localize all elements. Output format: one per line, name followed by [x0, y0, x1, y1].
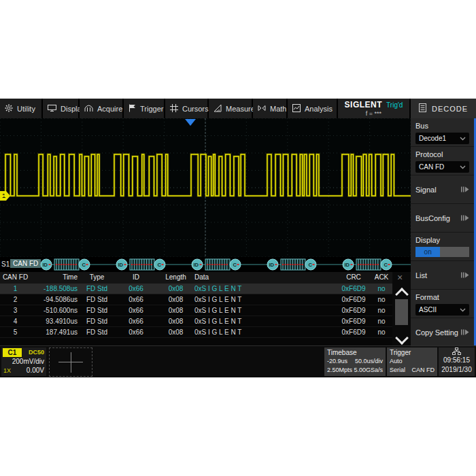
scrollbar-thumb[interactable]	[395, 299, 408, 325]
svg-text:ID: ID	[43, 262, 48, 268]
menu-item-utility[interactable]: Utility	[0, 99, 43, 118]
format-select[interactable]: ASCII	[415, 304, 469, 316]
menu-item-label: Utility	[17, 105, 35, 113]
svg-text:ID: ID	[345, 262, 350, 268]
channel1-offset: 0.00V	[27, 367, 44, 374]
memory-depth: 2.50Mpts	[327, 366, 352, 375]
table-scroll-column: ×	[392, 272, 411, 345]
cell-crc: 0xF6D9	[337, 305, 371, 316]
display-toggle[interactable]: on	[415, 247, 469, 257]
cell-ack: no	[371, 316, 392, 326]
svg-text:C: C	[233, 262, 237, 268]
busconfig-label: BusConfig	[415, 214, 450, 223]
timebase-title: Timebase	[327, 348, 383, 357]
bus-select[interactable]: Decode1	[415, 133, 469, 144]
format-section: Format ASCII	[411, 290, 476, 318]
menu-item-trigger[interactable]: Trigger	[124, 99, 165, 118]
menu-item-math[interactable]: Math	[253, 99, 288, 118]
menu-bar: UtilityDisplayAcquireTriggerCursorsMeasu…	[0, 99, 476, 118]
display-icon	[48, 104, 56, 114]
cell-length: 0x08	[160, 294, 192, 305]
protocol-select-value: CAN FD	[419, 163, 444, 171]
cell-ack: no	[371, 305, 392, 316]
table-row[interactable]: 1-188.508usFD Std0x660x080xS I G L E N T…	[0, 284, 392, 294]
menu-item-label: Measure	[226, 105, 255, 113]
timebase-descriptor[interactable]: Timebase -20.9us 50.0us/div 2.50Mpts 5.0…	[324, 347, 386, 376]
cell-type: FD Std	[82, 294, 112, 305]
protocol-section: Protocol CAN FD	[411, 147, 476, 175]
protocol-select[interactable]: CAN FD	[415, 161, 469, 173]
waveform-display[interactable]: 1	[0, 118, 411, 257]
display-section: Display on	[411, 233, 476, 261]
channel1-badge: C1	[3, 348, 22, 357]
submenu-arrow-icon	[461, 215, 469, 221]
clock-date: 2019/1/30	[439, 365, 475, 375]
cell-id: ID	[112, 272, 160, 283]
cell-data: 0xS I G L E N T	[192, 284, 337, 294]
cell-crc: 0xF6D9	[337, 284, 371, 294]
cell-data: 0xS I G L E N T	[192, 305, 337, 316]
busconfig-menu-item[interactable]: BusConfig	[411, 204, 476, 233]
cell-length: 0x08	[160, 305, 192, 316]
datetime-box: 09:56:15 2019/1/30	[439, 347, 475, 376]
table-row[interactable]: 2-94.5086usFD Std0x660x080xS I G L E N T…	[0, 294, 392, 305]
trigger-descriptor[interactable]: Trigger Auto Serial CAN FD	[387, 347, 437, 376]
copy-setting-menu-item[interactable]: Copy Setting	[411, 318, 476, 347]
list-icon	[419, 103, 426, 114]
submenu-arrow-icon	[461, 186, 469, 192]
add-channel-box[interactable]	[49, 347, 92, 377]
decode-panel-title: DECODE	[432, 105, 468, 113]
cell-time: 93.4910us	[31, 316, 82, 326]
network-icon[interactable]	[439, 347, 475, 356]
cell-time: -94.5086us	[31, 294, 82, 305]
cell-crc: 0xF6D9	[337, 294, 371, 305]
display-toggle-off	[440, 247, 469, 257]
cell-length: Length	[160, 272, 192, 283]
menu-item-acquire[interactable]: Acquire	[80, 99, 124, 118]
brand-block: SIGLENT Trig'd f = ***	[338, 99, 411, 118]
timebase-delay: -20.9us	[327, 357, 347, 366]
trigger-type: Serial	[390, 366, 405, 375]
cell-data: Data	[192, 272, 337, 283]
bus-section: Bus Decode1	[411, 118, 476, 147]
brand-logo: SIGLENT	[345, 100, 383, 109]
cell-can-fd: 3	[0, 305, 31, 316]
cell-can-fd: 2	[0, 294, 31, 305]
menu-item-cursors[interactable]: Cursors	[165, 99, 209, 118]
table-row[interactable]: 5187.491usFD Std0x660x080xS I G L E N T0…	[0, 327, 392, 338]
cell-length: 0x08	[160, 327, 192, 337]
chevron-down-icon	[460, 137, 466, 141]
trigger-frequency-readout: f = ***	[366, 110, 381, 117]
menu-item-display[interactable]: Display	[43, 99, 80, 118]
svg-text:C: C	[309, 262, 313, 268]
signal-menu-item[interactable]: Signal	[411, 175, 476, 204]
cell-ack: no	[371, 284, 392, 294]
svg-text:ID: ID	[269, 262, 275, 268]
menu-item-measure[interactable]: Measure	[209, 99, 253, 118]
table-row[interactable]: 493.4910usFD Std0x660x080xS I G L E N T0…	[0, 316, 392, 327]
cell-time: 187.491us	[31, 327, 82, 337]
cell-crc: CRC	[337, 272, 371, 283]
cell-type: FD Std	[82, 316, 112, 326]
decoded-frames: IDCIDCIDCIDCIDC	[0, 257, 411, 272]
scroll-down-icon[interactable]	[395, 331, 409, 345]
cell-time: -510.600ns	[31, 305, 82, 316]
decode-panel-header: DECODE	[411, 99, 476, 118]
channel1-descriptor[interactable]: C1 DC50 200mV/div 1X 0.00V	[1, 347, 46, 376]
svg-text:ID: ID	[118, 262, 124, 268]
oscilloscope-screen: UtilityDisplayAcquireTriggerCursorsMeasu…	[0, 99, 476, 377]
cell-id: 0x66	[112, 284, 160, 294]
cell-time: Time	[31, 272, 82, 283]
table-header-row: CAN FDTimeTypeIDLengthDataCRCACK	[0, 272, 392, 284]
list-menu-item[interactable]: List	[411, 261, 476, 290]
format-label: Format	[415, 292, 469, 302]
menu-item-analysis[interactable]: Analysis	[288, 99, 338, 118]
gear-icon	[5, 104, 13, 114]
menu-item-label: Trigger	[140, 105, 163, 113]
table-row[interactable]: 3-510.600nsFD Std0x660x080xS I G L E N T…	[0, 305, 392, 316]
close-icon[interactable]: ×	[397, 272, 403, 283]
copy-setting-label: Copy Setting	[415, 328, 458, 337]
cell-crc: 0xF6D9	[337, 316, 371, 326]
cell-id: 0x66	[112, 316, 160, 326]
decode-sidebar: Bus Decode1 Protocol CAN FD Signal BusCo…	[411, 118, 476, 345]
